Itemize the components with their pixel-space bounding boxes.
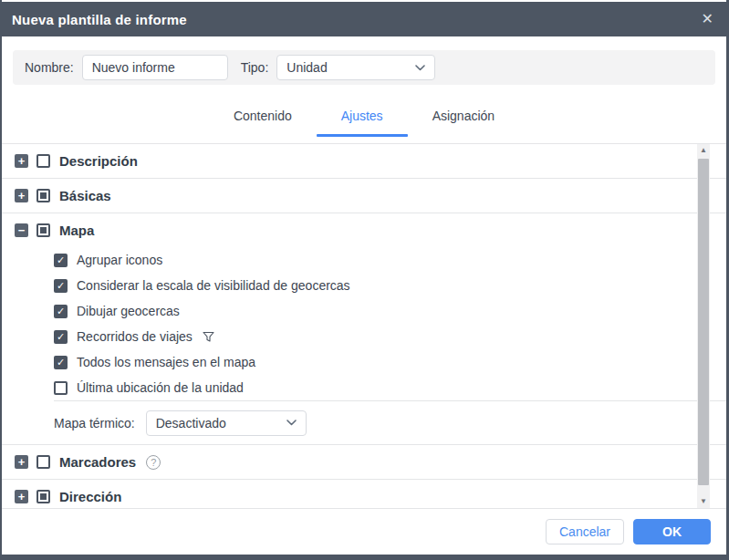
checkbox-basicas[interactable] xyxy=(36,189,50,202)
heatmap-label: Mapa térmico: xyxy=(54,416,135,430)
dialog-title: Nueva plantilla de informe xyxy=(12,12,187,27)
type-label: Tipo: xyxy=(241,60,269,75)
section-row-marcadores[interactable]: + Marcadores ? xyxy=(2,445,726,480)
section-label: Básicas xyxy=(59,188,111,203)
tab-bar: Contenido Ajustes Asignación xyxy=(2,98,726,137)
section-label: Marcadores xyxy=(59,454,136,470)
option-ultima-ubicacion[interactable]: Última ubicación de la unidad xyxy=(54,375,726,400)
type-select-value: Unidad xyxy=(286,60,327,75)
heatmap-row: Mapa térmico: Desactivado xyxy=(54,400,726,444)
tab-asignacion[interactable]: Asignación xyxy=(420,98,508,137)
name-type-panel: Nombre: Tipo: Unidad xyxy=(13,50,715,85)
checkbox-checked[interactable]: ✓ xyxy=(54,254,68,267)
scrollbar-thumb[interactable] xyxy=(698,159,709,485)
help-icon[interactable]: ? xyxy=(146,455,161,470)
section-row-mapa[interactable]: − Mapa xyxy=(2,213,726,247)
checkbox-descripcion[interactable] xyxy=(36,154,50,168)
name-input[interactable] xyxy=(82,55,228,80)
check-icon: ✓ xyxy=(57,306,65,316)
scroll-down-icon[interactable]: ▼ xyxy=(697,495,710,508)
collapse-minus-icon[interactable]: − xyxy=(15,223,28,237)
chevron-down-icon xyxy=(286,420,297,426)
option-label: Recorridos de viajes xyxy=(77,329,193,344)
heatmap-select[interactable]: Desactivado xyxy=(146,410,307,436)
report-template-dialog: Nueva plantilla de informe ✕ Nombre: Tip… xyxy=(0,0,729,560)
section-row-direccion[interactable]: + Dirección xyxy=(2,480,726,509)
section-row-basicas[interactable]: + Básicas xyxy=(2,179,726,213)
mapa-options: ✓ Agrupar iconos ✓ Considerar la escala … xyxy=(2,247,726,400)
filter-funnel-icon[interactable] xyxy=(203,331,214,343)
check-icon: ✓ xyxy=(57,358,65,368)
section-row-descripcion[interactable]: + Descripción xyxy=(2,144,726,179)
expand-plus-icon[interactable]: + xyxy=(15,455,28,469)
checkbox-mapa[interactable] xyxy=(36,223,50,237)
type-select[interactable]: Unidad xyxy=(276,55,435,80)
expand-plus-icon[interactable]: + xyxy=(15,490,28,503)
scroll-up-icon[interactable]: ▲ xyxy=(697,144,710,157)
tab-contenido[interactable]: Contenido xyxy=(221,98,305,137)
checkbox-marcadores[interactable] xyxy=(36,455,50,469)
checkbox-checked[interactable]: ✓ xyxy=(54,330,68,344)
expand-plus-icon[interactable]: + xyxy=(15,189,28,202)
dialog-titlebar: Nueva plantilla de informe ✕ xyxy=(2,2,726,36)
option-agrupar-iconos[interactable]: ✓ Agrupar iconos xyxy=(54,247,726,273)
option-label: Todos los mensajes en el mapa xyxy=(77,355,255,369)
option-recorridos-viajes[interactable]: ✓ Recorridos de viajes xyxy=(54,324,726,349)
checkbox-direccion[interactable] xyxy=(36,490,50,503)
dialog-footer: Cancelar OK xyxy=(2,509,726,555)
option-escala-geocercas[interactable]: ✓ Considerar la escala de visibilidad de… xyxy=(54,273,726,298)
checkbox-unchecked[interactable] xyxy=(54,381,68,395)
checkbox-checked[interactable]: ✓ xyxy=(54,279,68,293)
check-icon: ✓ xyxy=(57,281,65,291)
option-dibujar-geocercas[interactable]: ✓ Dibujar geocercas xyxy=(54,298,726,324)
ok-button[interactable]: OK xyxy=(633,519,711,544)
name-label: Nombre: xyxy=(25,60,74,75)
option-label: Considerar la escala de visibilidad de g… xyxy=(77,278,350,293)
option-label: Última ubicación de la unidad xyxy=(77,380,244,395)
option-label: Dibujar geocercas xyxy=(77,304,180,318)
option-label: Agrupar iconos xyxy=(77,253,162,267)
close-icon[interactable]: ✕ xyxy=(702,12,713,26)
section-label: Dirección xyxy=(59,489,121,504)
vertical-scrollbar[interactable]: ▲ ▼ xyxy=(697,144,710,508)
tab-ajustes[interactable]: Ajustes xyxy=(328,98,396,137)
check-icon: ✓ xyxy=(57,255,65,265)
section-label: Mapa xyxy=(59,223,94,238)
section-label: Descripción xyxy=(59,153,138,169)
cancel-button[interactable]: Cancelar xyxy=(546,519,624,544)
check-icon: ✓ xyxy=(57,332,65,342)
heatmap-select-value: Desactivado xyxy=(156,416,226,430)
settings-section-list: + Descripción + Básicas − Mapa ✓ Agrupar… xyxy=(2,143,726,509)
option-todos-mensajes[interactable]: ✓ Todos los mensajes en el mapa xyxy=(54,349,726,375)
checkbox-checked[interactable]: ✓ xyxy=(54,356,68,369)
chevron-down-icon xyxy=(415,65,425,71)
checkbox-checked[interactable]: ✓ xyxy=(54,305,68,318)
expand-plus-icon[interactable]: + xyxy=(15,154,28,168)
